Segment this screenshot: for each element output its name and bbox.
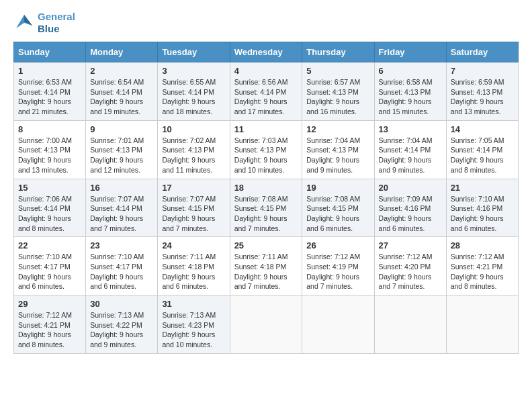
day-number: 27 [379,240,442,250]
logo: General Blue [13,11,75,35]
calendar-cell: 12 Sunrise: 7:04 AMSunset: 4:13 PMDaylig… [302,120,374,179]
day-info: Sunrise: 6:59 AMSunset: 4:13 PMDaylight:… [451,78,504,116]
day-number: 12 [306,124,369,134]
day-info: Sunrise: 7:00 AMSunset: 4:13 PMDaylight:… [18,136,72,174]
day-number: 30 [90,299,153,309]
calendar-header-row: SundayMondayTuesdayWednesdayThursdayFrid… [14,42,519,62]
day-info: Sunrise: 7:03 AMSunset: 4:13 PMDaylight:… [234,136,288,174]
day-number: 10 [162,124,225,134]
day-number: 26 [306,240,369,250]
calendar-cell: 30 Sunrise: 7:13 AMSunset: 4:22 PMDaylig… [86,295,158,354]
calendar-week-row: 1 Sunrise: 6:53 AMSunset: 4:14 PMDayligh… [14,62,519,121]
calendar-cell: 20 Sunrise: 7:09 AMSunset: 4:16 PMDaylig… [374,179,446,237]
day-number: 9 [90,124,153,134]
day-info: Sunrise: 7:11 AMSunset: 4:18 PMDaylight:… [234,253,288,290]
day-info: Sunrise: 7:13 AMSunset: 4:23 PMDaylight:… [162,311,216,349]
calendar-cell: 14 Sunrise: 7:05 AMSunset: 4:14 PMDaylig… [446,120,518,179]
day-info: Sunrise: 7:12 AMSunset: 4:21 PMDaylight:… [451,253,504,290]
calendar-week-row: 8 Sunrise: 7:00 AMSunset: 4:13 PMDayligh… [14,120,519,179]
calendar-cell: 29 Sunrise: 7:12 AMSunset: 4:21 PMDaylig… [14,295,86,354]
page-header: General Blue [13,11,519,35]
day-info: Sunrise: 7:05 AMSunset: 4:14 PMDaylight:… [451,136,504,174]
day-info: Sunrise: 7:07 AMSunset: 4:15 PMDaylight:… [162,195,216,232]
day-info: Sunrise: 7:10 AMSunset: 4:16 PMDaylight:… [451,195,504,232]
calendar-cell: 18 Sunrise: 7:08 AMSunset: 4:15 PMDaylig… [230,179,302,237]
day-info: Sunrise: 7:01 AMSunset: 4:13 PMDaylight:… [90,136,144,174]
calendar-week-row: 29 Sunrise: 7:12 AMSunset: 4:21 PMDaylig… [14,295,519,354]
day-info: Sunrise: 7:09 AMSunset: 4:16 PMDaylight:… [379,195,433,232]
weekday-header: Friday [374,42,446,62]
calendar-week-row: 15 Sunrise: 7:06 AMSunset: 4:14 PMDaylig… [14,179,519,237]
day-number: 2 [90,66,153,76]
day-info: Sunrise: 7:12 AMSunset: 4:19 PMDaylight:… [306,253,360,290]
day-info: Sunrise: 7:02 AMSunset: 4:13 PMDaylight:… [162,136,216,174]
weekday-header: Thursday [302,42,374,62]
calendar-cell: 7 Sunrise: 6:59 AMSunset: 4:13 PMDayligh… [446,62,518,121]
calendar-cell: 1 Sunrise: 6:53 AMSunset: 4:14 PMDayligh… [14,62,86,121]
day-info: Sunrise: 7:13 AMSunset: 4:22 PMDaylight:… [90,311,144,349]
day-number: 5 [306,66,369,76]
day-info: Sunrise: 7:08 AMSunset: 4:15 PMDaylight:… [306,195,360,232]
day-info: Sunrise: 7:04 AMSunset: 4:14 PMDaylight:… [379,136,433,174]
day-number: 24 [162,240,225,250]
day-info: Sunrise: 6:53 AMSunset: 4:14 PMDaylight:… [18,78,72,116]
calendar-cell: 15 Sunrise: 7:06 AMSunset: 4:14 PMDaylig… [14,179,86,237]
calendar-cell: 2 Sunrise: 6:54 AMSunset: 4:14 PMDayligh… [86,62,158,121]
calendar-cell: 26 Sunrise: 7:12 AMSunset: 4:19 PMDaylig… [302,237,374,295]
calendar-cell: 17 Sunrise: 7:07 AMSunset: 4:15 PMDaylig… [158,179,230,237]
day-info: Sunrise: 6:58 AMSunset: 4:13 PMDaylight:… [379,78,433,116]
day-info: Sunrise: 6:57 AMSunset: 4:13 PMDaylight:… [306,78,360,116]
day-number: 25 [234,240,298,250]
day-info: Sunrise: 7:10 AMSunset: 4:17 PMDaylight:… [90,253,144,290]
logo-icon [13,12,35,34]
calendar-cell: 31 Sunrise: 7:13 AMSunset: 4:23 PMDaylig… [158,295,230,354]
calendar-cell [302,295,374,354]
day-number: 6 [379,66,442,76]
day-info: Sunrise: 7:11 AMSunset: 4:18 PMDaylight:… [162,253,216,290]
day-number: 14 [451,124,514,134]
day-number: 31 [162,299,225,309]
day-info: Sunrise: 7:12 AMSunset: 4:21 PMDaylight:… [18,311,72,349]
weekday-header: Sunday [14,42,86,62]
day-number: 4 [234,66,298,76]
calendar-cell: 13 Sunrise: 7:04 AMSunset: 4:14 PMDaylig… [374,120,446,179]
day-number: 15 [18,183,81,193]
calendar-cell: 10 Sunrise: 7:02 AMSunset: 4:13 PMDaylig… [158,120,230,179]
calendar-cell: 5 Sunrise: 6:57 AMSunset: 4:13 PMDayligh… [302,62,374,121]
day-number: 17 [162,183,225,193]
calendar-cell: 11 Sunrise: 7:03 AMSunset: 4:13 PMDaylig… [230,120,302,179]
calendar-cell: 16 Sunrise: 7:07 AMSunset: 4:14 PMDaylig… [86,179,158,237]
logo-text: General Blue [38,11,75,35]
calendar-cell [374,295,446,354]
calendar-cell: 23 Sunrise: 7:10 AMSunset: 4:17 PMDaylig… [86,237,158,295]
day-number: 11 [234,124,298,134]
calendar-cell: 6 Sunrise: 6:58 AMSunset: 4:13 PMDayligh… [374,62,446,121]
day-info: Sunrise: 7:06 AMSunset: 4:14 PMDaylight:… [18,195,72,232]
calendar-cell: 9 Sunrise: 7:01 AMSunset: 4:13 PMDayligh… [86,120,158,179]
calendar-table: SundayMondayTuesdayWednesdayThursdayFrid… [13,42,519,354]
day-number: 13 [379,124,442,134]
day-info: Sunrise: 7:08 AMSunset: 4:15 PMDaylight:… [234,195,288,232]
weekday-header: Monday [86,42,158,62]
day-number: 7 [451,66,514,76]
day-number: 8 [18,124,81,134]
day-number: 28 [451,240,514,250]
calendar-cell: 19 Sunrise: 7:08 AMSunset: 4:15 PMDaylig… [302,179,374,237]
day-number: 20 [379,183,442,193]
day-number: 3 [162,66,225,76]
calendar-cell [446,295,518,354]
calendar-cell: 3 Sunrise: 6:55 AMSunset: 4:14 PMDayligh… [158,62,230,121]
day-info: Sunrise: 6:56 AMSunset: 4:14 PMDaylight:… [234,78,288,116]
day-info: Sunrise: 7:07 AMSunset: 4:14 PMDaylight:… [90,195,144,232]
day-number: 23 [90,240,153,250]
calendar-cell: 25 Sunrise: 7:11 AMSunset: 4:18 PMDaylig… [230,237,302,295]
calendar-week-row: 22 Sunrise: 7:10 AMSunset: 4:17 PMDaylig… [14,237,519,295]
calendar-cell: 22 Sunrise: 7:10 AMSunset: 4:17 PMDaylig… [14,237,86,295]
day-number: 19 [306,183,369,193]
day-number: 21 [451,183,514,193]
day-info: Sunrise: 7:04 AMSunset: 4:13 PMDaylight:… [306,136,360,174]
day-number: 1 [18,66,81,76]
calendar-cell: 27 Sunrise: 7:12 AMSunset: 4:20 PMDaylig… [374,237,446,295]
calendar-cell: 24 Sunrise: 7:11 AMSunset: 4:18 PMDaylig… [158,237,230,295]
calendar-cell: 8 Sunrise: 7:00 AMSunset: 4:13 PMDayligh… [14,120,86,179]
